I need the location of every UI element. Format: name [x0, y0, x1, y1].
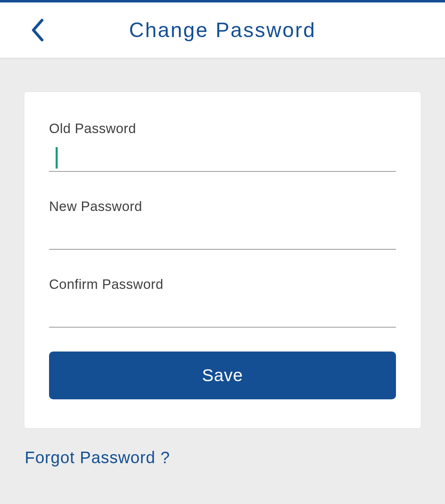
back-button[interactable]: [25, 18, 49, 42]
page-title: Change Password: [12, 18, 433, 42]
old-password-input[interactable]: [49, 140, 396, 172]
confirm-password-label: Confirm Password: [49, 277, 396, 292]
new-password-input[interactable]: [49, 218, 396, 250]
old-password-field: Old Password: [49, 121, 396, 172]
confirm-password-input[interactable]: [49, 295, 396, 328]
confirm-password-field: Confirm Password: [49, 277, 396, 328]
forgot-password-link[interactable]: Forgot Password ?: [24, 448, 421, 467]
save-button[interactable]: Save: [49, 352, 396, 399]
chevron-left-icon: [30, 18, 44, 42]
old-password-label: Old Password: [49, 121, 396, 136]
new-password-field: New Password: [49, 199, 396, 250]
app-header: Change Password: [0, 0, 445, 58]
new-password-label: New Password: [49, 199, 396, 214]
form-card: Old Password New Password Confirm Passwo…: [24, 91, 421, 429]
content-area: Old Password New Password Confirm Passwo…: [0, 58, 445, 483]
text-cursor: [56, 147, 58, 169]
